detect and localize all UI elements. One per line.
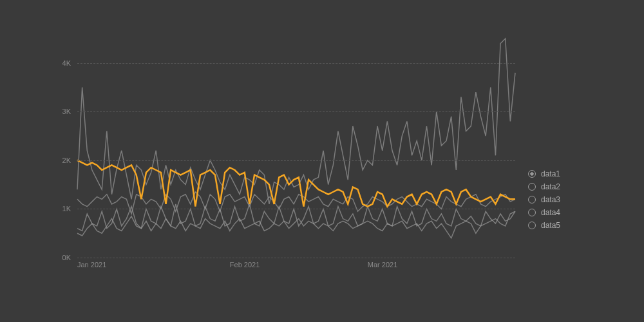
series-data3 xyxy=(77,192,515,214)
y-tick-label: 3K xyxy=(52,108,71,115)
gridline xyxy=(77,209,515,209)
x-tick-label: Mar 2021 xyxy=(368,261,397,269)
y-tick-label: 2K xyxy=(52,156,71,164)
gridline xyxy=(77,258,515,258)
legend-label: data5 xyxy=(541,221,560,230)
y-tick-label: 0K xyxy=(52,254,71,261)
legend-item-data2[interactable]: data2 xyxy=(528,180,560,193)
y-tick-label: 1K xyxy=(52,205,71,213)
series-data4 xyxy=(77,204,515,231)
legend-item-data5[interactable]: data5 xyxy=(528,219,560,232)
legend-swatch-icon xyxy=(528,209,536,216)
legend-item-data4[interactable]: data4 xyxy=(528,206,560,219)
legend-swatch-icon xyxy=(528,170,536,178)
legend-label: data3 xyxy=(541,195,560,204)
legend: data1data2data3data4data5 xyxy=(528,167,560,232)
x-tick-label: Feb 2021 xyxy=(230,261,260,269)
chart: 0K1K2K3K4KJan 2021Feb 2021Mar 2021 xyxy=(52,39,515,270)
legend-label: data4 xyxy=(541,208,560,217)
y-tick-label: 4K xyxy=(52,59,71,67)
legend-label: data1 xyxy=(541,169,560,178)
legend-item-data3[interactable]: data3 xyxy=(528,193,560,206)
legend-swatch-icon xyxy=(528,222,536,229)
legend-swatch-icon xyxy=(528,196,536,204)
legend-label: data2 xyxy=(541,182,560,191)
chart-lines xyxy=(77,39,515,258)
gridline xyxy=(77,63,515,64)
legend-item-data1[interactable]: data1 xyxy=(528,167,560,180)
gridline xyxy=(77,160,515,161)
x-tick-label: Jan 2021 xyxy=(77,261,106,269)
gridline xyxy=(77,111,515,112)
plot-area xyxy=(77,39,515,258)
legend-swatch-icon xyxy=(528,183,536,191)
